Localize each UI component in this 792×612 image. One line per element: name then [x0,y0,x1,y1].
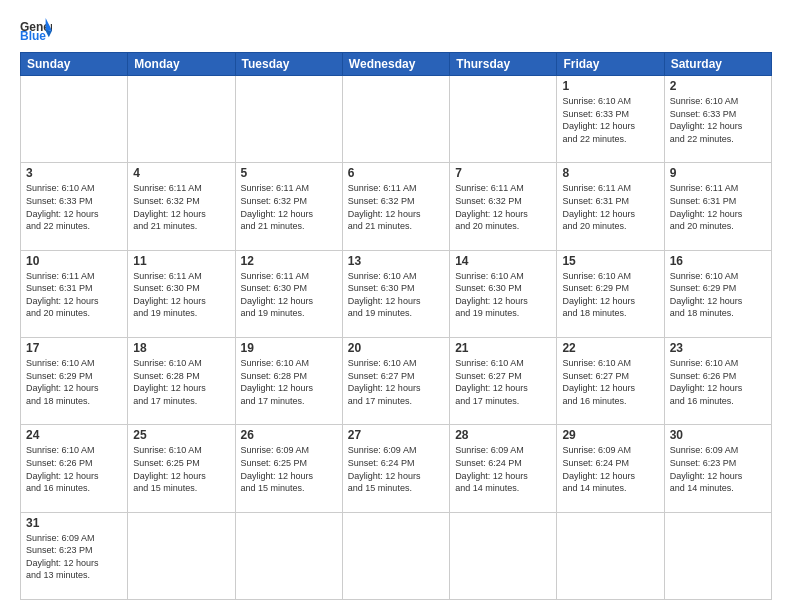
calendar-cell: 17Sunrise: 6:10 AM Sunset: 6:29 PM Dayli… [21,337,128,424]
weekday-header-thursday: Thursday [450,53,557,76]
svg-marker-3 [46,31,52,37]
cell-info: Sunrise: 6:10 AM Sunset: 6:25 PM Dayligh… [133,444,229,494]
calendar-cell: 26Sunrise: 6:09 AM Sunset: 6:25 PM Dayli… [235,425,342,512]
calendar-week-row: 31Sunrise: 6:09 AM Sunset: 6:23 PM Dayli… [21,512,772,599]
cell-info: Sunrise: 6:10 AM Sunset: 6:33 PM Dayligh… [26,182,122,232]
cell-info: Sunrise: 6:11 AM Sunset: 6:31 PM Dayligh… [562,182,658,232]
weekday-header-tuesday: Tuesday [235,53,342,76]
calendar-cell: 2Sunrise: 6:10 AM Sunset: 6:33 PM Daylig… [664,76,771,163]
day-number: 26 [241,428,337,442]
weekday-header-wednesday: Wednesday [342,53,449,76]
cell-info: Sunrise: 6:11 AM Sunset: 6:32 PM Dayligh… [455,182,551,232]
weekday-header-row: SundayMondayTuesdayWednesdayThursdayFrid… [21,53,772,76]
day-number: 15 [562,254,658,268]
calendar-cell: 22Sunrise: 6:10 AM Sunset: 6:27 PM Dayli… [557,337,664,424]
day-number: 14 [455,254,551,268]
cell-info: Sunrise: 6:10 AM Sunset: 6:30 PM Dayligh… [455,270,551,320]
calendar-cell: 8Sunrise: 6:11 AM Sunset: 6:31 PM Daylig… [557,163,664,250]
cell-info: Sunrise: 6:10 AM Sunset: 6:27 PM Dayligh… [348,357,444,407]
day-number: 23 [670,341,766,355]
cell-info: Sunrise: 6:09 AM Sunset: 6:25 PM Dayligh… [241,444,337,494]
calendar-cell [128,76,235,163]
weekday-header-sunday: Sunday [21,53,128,76]
day-number: 6 [348,166,444,180]
calendar-cell: 7Sunrise: 6:11 AM Sunset: 6:32 PM Daylig… [450,163,557,250]
page: General Blue SundayMondayTuesdayWednesda… [0,0,792,612]
calendar-week-row: 1Sunrise: 6:10 AM Sunset: 6:33 PM Daylig… [21,76,772,163]
calendar-cell: 9Sunrise: 6:11 AM Sunset: 6:31 PM Daylig… [664,163,771,250]
day-number: 31 [26,516,122,530]
day-number: 11 [133,254,229,268]
svg-text:Blue: Blue [20,29,46,43]
day-number: 22 [562,341,658,355]
day-number: 24 [26,428,122,442]
day-number: 5 [241,166,337,180]
cell-info: Sunrise: 6:11 AM Sunset: 6:32 PM Dayligh… [133,182,229,232]
calendar-cell: 16Sunrise: 6:10 AM Sunset: 6:29 PM Dayli… [664,250,771,337]
logo-icon: General Blue [20,16,52,44]
day-number: 19 [241,341,337,355]
cell-info: Sunrise: 6:09 AM Sunset: 6:24 PM Dayligh… [348,444,444,494]
cell-info: Sunrise: 6:10 AM Sunset: 6:28 PM Dayligh… [241,357,337,407]
cell-info: Sunrise: 6:10 AM Sunset: 6:33 PM Dayligh… [670,95,766,145]
cell-info: Sunrise: 6:11 AM Sunset: 6:32 PM Dayligh… [348,182,444,232]
day-number: 7 [455,166,551,180]
calendar-cell: 24Sunrise: 6:10 AM Sunset: 6:26 PM Dayli… [21,425,128,512]
day-number: 18 [133,341,229,355]
header: General Blue [20,16,772,44]
calendar-cell: 28Sunrise: 6:09 AM Sunset: 6:24 PM Dayli… [450,425,557,512]
weekday-header-saturday: Saturday [664,53,771,76]
day-number: 27 [348,428,444,442]
calendar-cell: 21Sunrise: 6:10 AM Sunset: 6:27 PM Dayli… [450,337,557,424]
calendar-cell: 4Sunrise: 6:11 AM Sunset: 6:32 PM Daylig… [128,163,235,250]
day-number: 28 [455,428,551,442]
cell-info: Sunrise: 6:10 AM Sunset: 6:30 PM Dayligh… [348,270,444,320]
day-number: 16 [670,254,766,268]
calendar-cell: 12Sunrise: 6:11 AM Sunset: 6:30 PM Dayli… [235,250,342,337]
day-number: 13 [348,254,444,268]
calendar-cell: 13Sunrise: 6:10 AM Sunset: 6:30 PM Dayli… [342,250,449,337]
cell-info: Sunrise: 6:11 AM Sunset: 6:31 PM Dayligh… [26,270,122,320]
day-number: 1 [562,79,658,93]
day-number: 10 [26,254,122,268]
weekday-header-monday: Monday [128,53,235,76]
cell-info: Sunrise: 6:10 AM Sunset: 6:28 PM Dayligh… [133,357,229,407]
calendar-cell: 30Sunrise: 6:09 AM Sunset: 6:23 PM Dayli… [664,425,771,512]
cell-info: Sunrise: 6:09 AM Sunset: 6:23 PM Dayligh… [670,444,766,494]
cell-info: Sunrise: 6:09 AM Sunset: 6:24 PM Dayligh… [455,444,551,494]
calendar-cell [664,512,771,599]
cell-info: Sunrise: 6:11 AM Sunset: 6:30 PM Dayligh… [133,270,229,320]
calendar-cell: 23Sunrise: 6:10 AM Sunset: 6:26 PM Dayli… [664,337,771,424]
calendar-cell [342,512,449,599]
calendar-cell: 1Sunrise: 6:10 AM Sunset: 6:33 PM Daylig… [557,76,664,163]
calendar-cell [450,512,557,599]
calendar-cell: 19Sunrise: 6:10 AM Sunset: 6:28 PM Dayli… [235,337,342,424]
calendar-cell [128,512,235,599]
calendar-cell: 6Sunrise: 6:11 AM Sunset: 6:32 PM Daylig… [342,163,449,250]
day-number: 25 [133,428,229,442]
cell-info: Sunrise: 6:10 AM Sunset: 6:33 PM Dayligh… [562,95,658,145]
weekday-header-friday: Friday [557,53,664,76]
calendar-cell: 3Sunrise: 6:10 AM Sunset: 6:33 PM Daylig… [21,163,128,250]
calendar-cell: 18Sunrise: 6:10 AM Sunset: 6:28 PM Dayli… [128,337,235,424]
cell-info: Sunrise: 6:10 AM Sunset: 6:29 PM Dayligh… [670,270,766,320]
day-number: 12 [241,254,337,268]
calendar-cell: 11Sunrise: 6:11 AM Sunset: 6:30 PM Dayli… [128,250,235,337]
day-number: 20 [348,341,444,355]
cell-info: Sunrise: 6:10 AM Sunset: 6:29 PM Dayligh… [26,357,122,407]
cell-info: Sunrise: 6:10 AM Sunset: 6:26 PM Dayligh… [670,357,766,407]
day-number: 3 [26,166,122,180]
cell-info: Sunrise: 6:10 AM Sunset: 6:27 PM Dayligh… [562,357,658,407]
calendar-cell [235,76,342,163]
cell-info: Sunrise: 6:09 AM Sunset: 6:23 PM Dayligh… [26,532,122,582]
calendar-cell: 31Sunrise: 6:09 AM Sunset: 6:23 PM Dayli… [21,512,128,599]
day-number: 2 [670,79,766,93]
calendar-cell [235,512,342,599]
calendar-cell: 15Sunrise: 6:10 AM Sunset: 6:29 PM Dayli… [557,250,664,337]
cell-info: Sunrise: 6:10 AM Sunset: 6:26 PM Dayligh… [26,444,122,494]
calendar-week-row: 24Sunrise: 6:10 AM Sunset: 6:26 PM Dayli… [21,425,772,512]
calendar-week-row: 10Sunrise: 6:11 AM Sunset: 6:31 PM Dayli… [21,250,772,337]
logo: General Blue [20,16,52,44]
calendar-cell: 14Sunrise: 6:10 AM Sunset: 6:30 PM Dayli… [450,250,557,337]
calendar-cell: 10Sunrise: 6:11 AM Sunset: 6:31 PM Dayli… [21,250,128,337]
